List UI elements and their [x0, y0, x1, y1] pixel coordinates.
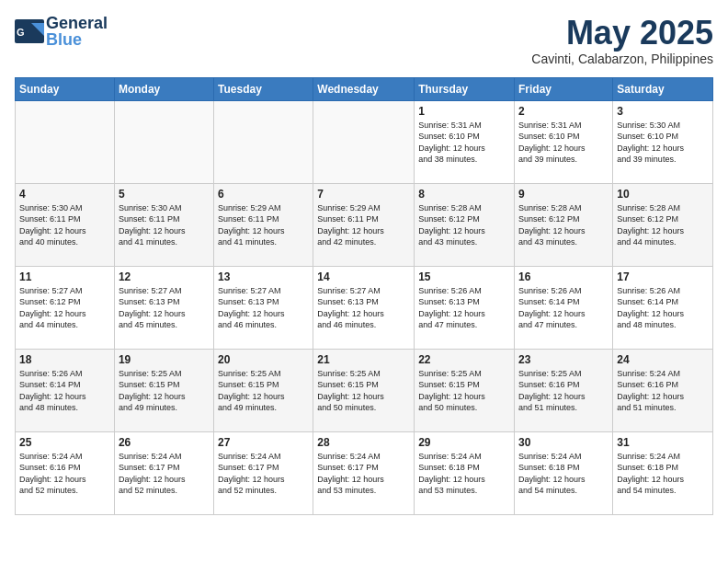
calendar-cell: 12Sunrise: 5:27 AM Sunset: 6:13 PM Dayli… — [114, 266, 213, 349]
day-number: 6 — [218, 188, 309, 201]
calendar-cell: 15Sunrise: 5:26 AM Sunset: 6:13 PM Dayli… — [415, 266, 515, 349]
page-header: G General Blue May 2025 Cavinti, Calabar… — [15, 15, 713, 66]
cell-content: Sunrise: 5:26 AM Sunset: 6:14 PM Dayligh… — [617, 285, 709, 331]
calendar-cell — [313, 100, 415, 183]
calendar-cell: 21Sunrise: 5:25 AM Sunset: 6:15 PM Dayli… — [313, 349, 415, 431]
calendar-cell: 20Sunrise: 5:25 AM Sunset: 6:15 PM Dayli… — [214, 349, 313, 431]
calendar-cell: 23Sunrise: 5:25 AM Sunset: 6:16 PM Dayli… — [515, 349, 613, 431]
day-number: 30 — [518, 436, 609, 449]
day-number: 10 — [617, 188, 709, 201]
day-number: 1 — [418, 105, 510, 118]
cell-content: Sunrise: 5:24 AM Sunset: 6:17 PM Dayligh… — [218, 451, 309, 497]
calendar-cell: 31Sunrise: 5:24 AM Sunset: 6:18 PM Dayli… — [613, 431, 713, 514]
calendar-cell: 13Sunrise: 5:27 AM Sunset: 6:13 PM Dayli… — [214, 266, 313, 349]
day-number: 13 — [218, 270, 309, 283]
cell-content: Sunrise: 5:26 AM Sunset: 6:14 PM Dayligh… — [518, 285, 609, 331]
day-number: 21 — [317, 353, 410, 366]
title-block: May 2025 Cavinti, Calabarzon, Philippine… — [531, 15, 713, 66]
cell-content: Sunrise: 5:30 AM Sunset: 6:11 PM Dayligh… — [19, 202, 110, 248]
day-number: 11 — [19, 270, 110, 283]
cell-content: Sunrise: 5:25 AM Sunset: 6:15 PM Dayligh… — [218, 368, 309, 414]
day-number: 16 — [518, 270, 609, 283]
location-subtitle: Cavinti, Calabarzon, Philippines — [531, 52, 713, 66]
calendar-cell: 26Sunrise: 5:24 AM Sunset: 6:17 PM Dayli… — [114, 431, 213, 514]
cell-content: Sunrise: 5:28 AM Sunset: 6:12 PM Dayligh… — [617, 202, 709, 248]
calendar-cell: 27Sunrise: 5:24 AM Sunset: 6:17 PM Dayli… — [214, 431, 313, 514]
calendar-header-wednesday: Wednesday — [313, 77, 415, 100]
calendar-header-friday: Friday — [515, 77, 613, 100]
calendar-header-monday: Monday — [114, 77, 213, 100]
calendar-cell — [214, 100, 313, 183]
day-number: 9 — [518, 188, 609, 201]
calendar-cell: 3Sunrise: 5:30 AM Sunset: 6:10 PM Daylig… — [613, 100, 713, 183]
cell-content: Sunrise: 5:24 AM Sunset: 6:18 PM Dayligh… — [418, 451, 510, 497]
cell-content: Sunrise: 5:27 AM Sunset: 6:13 PM Dayligh… — [218, 285, 309, 331]
calendar-cell — [114, 100, 213, 183]
cell-content: Sunrise: 5:28 AM Sunset: 6:12 PM Dayligh… — [418, 202, 510, 248]
calendar-cell: 8Sunrise: 5:28 AM Sunset: 6:12 PM Daylig… — [415, 183, 515, 266]
day-number: 12 — [119, 270, 210, 283]
day-number: 15 — [418, 270, 510, 283]
day-number: 25 — [19, 436, 110, 449]
calendar-cell: 14Sunrise: 5:27 AM Sunset: 6:13 PM Dayli… — [313, 266, 415, 349]
cell-content: Sunrise: 5:24 AM Sunset: 6:18 PM Dayligh… — [617, 451, 709, 497]
calendar-cell — [16, 100, 115, 183]
calendar-cell: 9Sunrise: 5:28 AM Sunset: 6:12 PM Daylig… — [515, 183, 613, 266]
cell-content: Sunrise: 5:29 AM Sunset: 6:11 PM Dayligh… — [317, 202, 410, 248]
cell-content: Sunrise: 5:24 AM Sunset: 6:16 PM Dayligh… — [617, 368, 709, 414]
month-year-title: May 2025 — [531, 15, 713, 52]
day-number: 17 — [617, 270, 709, 283]
calendar-cell: 7Sunrise: 5:29 AM Sunset: 6:11 PM Daylig… — [313, 183, 415, 266]
calendar-cell: 19Sunrise: 5:25 AM Sunset: 6:15 PM Dayli… — [114, 349, 213, 431]
calendar-header-sunday: Sunday — [16, 77, 115, 100]
cell-content: Sunrise: 5:31 AM Sunset: 6:10 PM Dayligh… — [518, 120, 609, 166]
day-number: 2 — [518, 105, 609, 118]
logo-blue: Blue — [46, 31, 108, 48]
cell-content: Sunrise: 5:27 AM Sunset: 6:12 PM Dayligh… — [19, 285, 110, 331]
cell-content: Sunrise: 5:30 AM Sunset: 6:11 PM Dayligh… — [119, 202, 210, 248]
cell-content: Sunrise: 5:26 AM Sunset: 6:13 PM Dayligh… — [418, 285, 510, 331]
calendar-cell: 22Sunrise: 5:25 AM Sunset: 6:15 PM Dayli… — [415, 349, 515, 431]
day-number: 19 — [119, 353, 210, 366]
day-number: 22 — [418, 353, 510, 366]
day-number: 7 — [317, 188, 410, 201]
calendar-cell: 2Sunrise: 5:31 AM Sunset: 6:10 PM Daylig… — [515, 100, 613, 183]
day-number: 26 — [119, 436, 210, 449]
day-number: 8 — [418, 188, 510, 201]
calendar-cell: 5Sunrise: 5:30 AM Sunset: 6:11 PM Daylig… — [114, 183, 213, 266]
logo-icon: G — [15, 19, 44, 43]
cell-content: Sunrise: 5:24 AM Sunset: 6:17 PM Dayligh… — [317, 451, 410, 497]
calendar-week-row: 11Sunrise: 5:27 AM Sunset: 6:12 PM Dayli… — [16, 266, 713, 349]
calendar-cell: 10Sunrise: 5:28 AM Sunset: 6:12 PM Dayli… — [613, 183, 713, 266]
calendar-header-tuesday: Tuesday — [214, 77, 313, 100]
cell-content: Sunrise: 5:31 AM Sunset: 6:10 PM Dayligh… — [418, 120, 510, 166]
calendar-header-thursday: Thursday — [415, 77, 515, 100]
cell-content: Sunrise: 5:25 AM Sunset: 6:15 PM Dayligh… — [119, 368, 210, 414]
calendar-cell: 1Sunrise: 5:31 AM Sunset: 6:10 PM Daylig… — [415, 100, 515, 183]
calendar-cell: 25Sunrise: 5:24 AM Sunset: 6:16 PM Dayli… — [16, 431, 115, 514]
calendar-week-row: 4Sunrise: 5:30 AM Sunset: 6:11 PM Daylig… — [16, 183, 713, 266]
calendar-cell: 28Sunrise: 5:24 AM Sunset: 6:17 PM Dayli… — [313, 431, 415, 514]
day-number: 3 — [617, 105, 709, 118]
cell-content: Sunrise: 5:27 AM Sunset: 6:13 PM Dayligh… — [317, 285, 410, 331]
day-number: 18 — [19, 353, 110, 366]
calendar-cell: 29Sunrise: 5:24 AM Sunset: 6:18 PM Dayli… — [415, 431, 515, 514]
calendar-header-row: SundayMondayTuesdayWednesdayThursdayFrid… — [16, 77, 713, 100]
svg-text:G: G — [17, 27, 25, 38]
day-number: 14 — [317, 270, 410, 283]
calendar-week-row: 1Sunrise: 5:31 AM Sunset: 6:10 PM Daylig… — [16, 100, 713, 183]
calendar-cell: 17Sunrise: 5:26 AM Sunset: 6:14 PM Dayli… — [613, 266, 713, 349]
calendar-cell: 18Sunrise: 5:26 AM Sunset: 6:14 PM Dayli… — [16, 349, 115, 431]
calendar-cell: 11Sunrise: 5:27 AM Sunset: 6:12 PM Dayli… — [16, 266, 115, 349]
day-number: 5 — [119, 188, 210, 201]
logo: G General Blue — [15, 15, 108, 48]
day-number: 4 — [19, 188, 110, 201]
calendar-cell: 4Sunrise: 5:30 AM Sunset: 6:11 PM Daylig… — [16, 183, 115, 266]
calendar-table: SundayMondayTuesdayWednesdayThursdayFrid… — [15, 77, 713, 515]
calendar-header-saturday: Saturday — [613, 77, 713, 100]
cell-content: Sunrise: 5:26 AM Sunset: 6:14 PM Dayligh… — [19, 368, 110, 414]
day-number: 31 — [617, 436, 709, 449]
cell-content: Sunrise: 5:24 AM Sunset: 6:17 PM Dayligh… — [119, 451, 210, 497]
cell-content: Sunrise: 5:25 AM Sunset: 6:15 PM Dayligh… — [317, 368, 410, 414]
calendar-week-row: 18Sunrise: 5:26 AM Sunset: 6:14 PM Dayli… — [16, 349, 713, 431]
